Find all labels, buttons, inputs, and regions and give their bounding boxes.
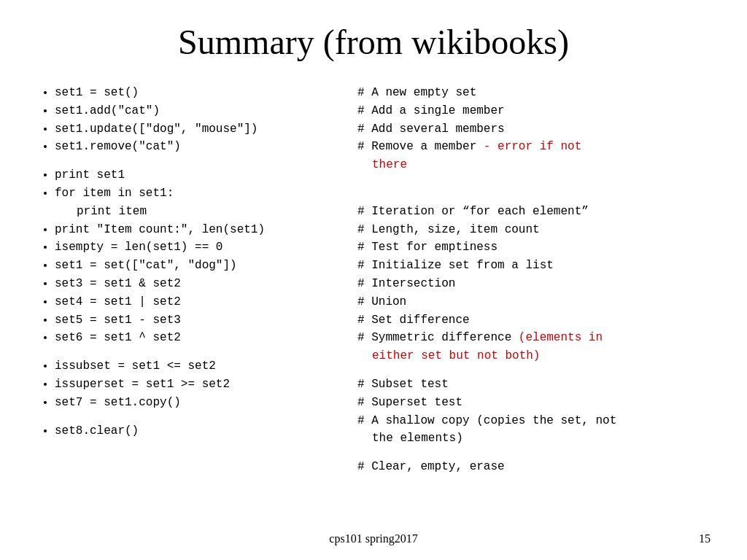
page-number: 15 (699, 532, 711, 545)
comments: # A new empty set # Add a single member … (357, 84, 711, 476)
comment-16: # A shallow copy (copies the set, not (357, 412, 711, 430)
left-column: set1 = set() set1.add("cat") set1.update… (36, 84, 350, 476)
slide: Summary (from wikibooks) set1 = set() se… (0, 0, 747, 560)
comment-7: # Length, size, item count (357, 221, 711, 239)
list-item: set4 = set1 | set2 (55, 293, 350, 311)
list-item: print set1 (55, 166, 350, 184)
comment-14: # Subset test (357, 376, 711, 394)
list-item: print "Item count:", len(set1) (55, 221, 350, 239)
comment-9: # Initialize set from a list (357, 257, 711, 275)
code-list-2: print set1 for item in set1:print item p… (36, 166, 350, 347)
red-text-2: there (372, 158, 407, 171)
footer: cps101 spring2017 15 (0, 532, 747, 545)
comment-13b: either set but not both) (357, 347, 711, 365)
list-item: set5 = set1 - set3 (55, 311, 350, 330)
list-item: isempty = len(set1) == 0 (55, 238, 350, 257)
list-item: set1.update(["dog", "mouse"]) (55, 120, 350, 139)
comment-17: # Clear, empty, erase (357, 458, 711, 476)
list-item: set1.add("cat") (55, 102, 350, 120)
comment-10: # Intersection (357, 275, 711, 293)
red-text-3: (elements in (519, 331, 603, 344)
comment-3: # Add several members (357, 120, 711, 139)
list-item: set8.clear() (55, 422, 350, 440)
list-item: for item in set1:print item (55, 184, 350, 221)
slide-title: Summary (from wikibooks) (36, 22, 711, 62)
code-list-3: issubset = set1 <= set2 issuperset = set… (36, 357, 350, 411)
content-area: set1 = set() set1.add("cat") set1.update… (36, 84, 711, 476)
comment-2: # Add a single member (357, 102, 711, 120)
comment-4: # Remove a member - error if not (357, 138, 711, 156)
comment-13: # Symmetric difference (elements in (357, 329, 711, 347)
footer-center-text: cps101 spring2017 (329, 532, 417, 545)
comment-8: # Test for emptiness (357, 238, 711, 257)
list-item: issubset = set1 <= set2 (55, 357, 350, 376)
comment-15: # Superset test (357, 394, 711, 412)
code-list-4: set8.clear() (36, 422, 350, 440)
list-item: set3 = set1 & set2 (55, 275, 350, 293)
red-text-1: - error if not (484, 140, 581, 153)
list-item: set7 = set1.copy() (55, 394, 350, 412)
red-text-4: either set but not both) (372, 349, 540, 362)
list-item: set1.remove("cat") (55, 138, 350, 156)
code-list: set1 = set() set1.add("cat") set1.update… (36, 84, 350, 156)
comment-16b: the elements) (357, 429, 711, 448)
list-item: set6 = set1 ^ set2 (55, 329, 350, 347)
comment-6: # Iteration or “for each element” (357, 203, 711, 221)
comment-11: # Union (357, 293, 711, 311)
comment-4b: there (357, 156, 711, 174)
comment-5 (357, 184, 711, 203)
comment-1: # A new empty set (357, 84, 711, 102)
comment-12: # Set difference (357, 311, 711, 330)
list-item: set1 = set(["cat", "dog"]) (55, 257, 350, 275)
right-column: # A new empty set # Add a single member … (350, 84, 711, 476)
list-item: set1 = set() (55, 84, 350, 102)
list-item: issuperset = set1 >= set2 (55, 376, 350, 394)
